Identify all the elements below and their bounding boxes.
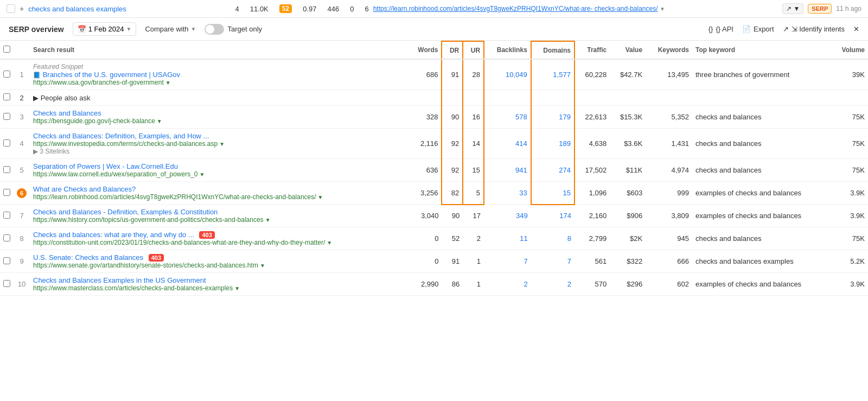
row-9-domains-link[interactable]: 7: [567, 257, 571, 265]
row-10-top-keyword-text: examples of checks and balances: [695, 280, 801, 288]
row-1-top-keyword: three branches of government: [692, 59, 831, 90]
identify-intents-button[interactable]: ↗ ⇲ Identify intents: [783, 25, 845, 33]
row-9-backlinks: 7: [484, 250, 531, 273]
row-7-title-link[interactable]: Checks and Balances - Definition, Exampl…: [33, 208, 218, 216]
row-7-url-text: https://www.history.com/topics/us-govern…: [33, 216, 264, 224]
table-row: 3 Checks and Balances https://bensguide.…: [0, 106, 868, 129]
row-9-backlinks-link[interactable]: 7: [524, 257, 528, 265]
row-checkbox[interactable]: [7, 4, 15, 13]
row-8-top-keyword: checks and balances: [692, 227, 831, 250]
row-1-url-drop[interactable]: ▼: [165, 80, 171, 86]
row-6-checkbox[interactable]: [3, 189, 10, 196]
row-10-backlinks-link[interactable]: 2: [524, 280, 528, 288]
row-8-url-drop[interactable]: ▼: [327, 240, 332, 246]
row-5-checkbox[interactable]: [3, 166, 10, 173]
header-dr: DR: [442, 41, 463, 59]
row-3-domains-link[interactable]: 179: [559, 113, 571, 121]
row-1-backlinks-link[interactable]: 10,049: [506, 71, 527, 79]
row-10-url-drop[interactable]: ▼: [234, 285, 240, 291]
row-2-checkbox[interactable]: [3, 93, 10, 100]
row-5-backlinks-link[interactable]: 941: [515, 166, 527, 174]
table-header-row: Search result Words DR UR Backlinks Doma…: [0, 41, 868, 59]
row-4-ur: 14: [463, 129, 484, 159]
row-5-url-text: https://www.law.cornell.edu/wex/separati…: [33, 170, 198, 178]
row-4-title-link[interactable]: Checks and Balances: Definition, Example…: [33, 132, 209, 140]
row-10-num: 10: [14, 273, 30, 296]
row-8-result: Checks and balances: what are they, and …: [30, 227, 408, 250]
row-7-url-drop[interactable]: ▼: [265, 217, 271, 223]
row-6-backlinks-link[interactable]: 33: [519, 189, 527, 197]
row-3-backlinks-link[interactable]: 578: [515, 113, 527, 121]
row-1-url: https://www.usa.gov/branches-of-governme…: [33, 79, 405, 86]
add-icon[interactable]: +: [20, 4, 24, 13]
table-row: 7 Checks and Balances - Definition, Exam…: [0, 205, 868, 227]
row-9-url-drop[interactable]: ▼: [260, 263, 265, 269]
row-5-title-link[interactable]: Separation of Powers | Wex - Law.Cornell…: [33, 162, 178, 170]
row-10-ur: 1: [463, 273, 484, 296]
row-6-title-link[interactable]: What are Checks and Balances?: [33, 185, 136, 193]
row-6-ur: 5: [463, 182, 484, 205]
row-4-url-drop[interactable]: ▼: [219, 141, 225, 147]
serp-toolbar: SERP overview 📅 1 Feb 2024 ▼ Compare wit…: [0, 18, 868, 41]
row-7-checkbox[interactable]: [3, 212, 10, 219]
row-6-domains-link[interactable]: 15: [563, 189, 570, 197]
url-drop-arrow[interactable]: ▼: [660, 6, 665, 12]
date-picker-button[interactable]: 📅 1 Feb 2024 ▼: [73, 22, 137, 36]
api-button[interactable]: {} {} API: [709, 25, 733, 33]
header-value: Value: [610, 41, 646, 59]
row-5-domains-link[interactable]: 274: [559, 166, 571, 174]
keyword-link[interactable]: checks and balances examples: [28, 5, 231, 13]
row-10-checkbox[interactable]: [3, 280, 10, 287]
row-4-url-text: https://www.investopedia.com/terms/c/che…: [33, 140, 218, 148]
row-8-checkbox[interactable]: [3, 234, 10, 241]
row-6-url-drop[interactable]: ▼: [318, 194, 323, 200]
row-9-checkbox[interactable]: [3, 257, 10, 264]
row-1-domains-link[interactable]: 1,577: [553, 71, 571, 79]
top-url-link[interactable]: https://learn.robinhood.com/articles/4sv…: [373, 5, 658, 12]
row-5-traffic: 17,502: [575, 159, 610, 182]
target-only-toggle[interactable]: [205, 24, 224, 35]
select-all-checkbox[interactable]: [3, 46, 10, 53]
header-words: Words: [408, 41, 442, 59]
close-button[interactable]: ✕: [853, 25, 859, 33]
header-ur: UR: [463, 41, 484, 59]
row-1-title-link[interactable]: Branches of the U.S. government | USAGov: [43, 71, 180, 79]
row-9-top-keyword: checks and balances examples: [692, 250, 831, 273]
row-3-domains: 179: [531, 106, 575, 129]
people-also-ask-label: People also ask: [41, 94, 91, 102]
row-3-title-link[interactable]: Checks and Balances: [33, 109, 101, 117]
export-button[interactable]: 📄 Export: [742, 25, 774, 33]
row-3-top-keyword: checks and balances: [692, 106, 831, 129]
row-10-keywords: 602: [646, 273, 692, 296]
row-3-checkbox[interactable]: [3, 113, 10, 120]
table-row: 1 Featured Snippet 📘 Branches of the U.S…: [0, 59, 868, 90]
row-7-domains-link[interactable]: 174: [559, 212, 571, 220]
serp-badge[interactable]: SERP: [808, 4, 832, 14]
header-domains: Domains: [531, 41, 575, 59]
row-4-backlinks-link[interactable]: 414: [515, 139, 527, 148]
row-3-url-drop[interactable]: ▼: [157, 118, 162, 124]
row-4-domains-link[interactable]: 189: [559, 139, 571, 148]
row-9-title-link[interactable]: U.S. Senate: Checks and Balances: [33, 253, 143, 262]
row-3-num: 3: [14, 106, 30, 129]
row-8-domains-link[interactable]: 8: [567, 234, 571, 243]
trend-button[interactable]: ↗ ▼: [782, 3, 803, 14]
export-label: Export: [754, 25, 774, 33]
compare-button[interactable]: Compare with ▼: [145, 25, 196, 33]
row-8-backlinks-link[interactable]: 11: [520, 234, 527, 243]
row-4-checkbox[interactable]: [3, 139, 10, 147]
row-1-checkbox[interactable]: [3, 71, 10, 78]
row-2-keywords-empty: [646, 90, 692, 106]
row-5-top-keyword: checks and balances: [692, 159, 831, 182]
row-8-title-link[interactable]: Checks and balances: what are they, and …: [33, 231, 194, 239]
row-9-words: 0: [408, 250, 442, 273]
table-row: 10 Checks and Balances Examples in the U…: [0, 273, 868, 296]
date-chevron-icon: ▼: [126, 26, 131, 32]
row-7-backlinks-link[interactable]: 349: [516, 212, 528, 220]
row-10-title-link[interactable]: Checks and Balances Examples in the US G…: [33, 276, 206, 284]
row-6-domains: 15: [531, 182, 575, 205]
row-10-domains-link[interactable]: 2: [567, 280, 571, 288]
row-5-url-drop[interactable]: ▼: [200, 171, 205, 177]
row-1-volume: 39K: [831, 59, 868, 90]
top-bar-stats: 4 11.0K 52 0.97 446 0 6: [235, 4, 369, 13]
